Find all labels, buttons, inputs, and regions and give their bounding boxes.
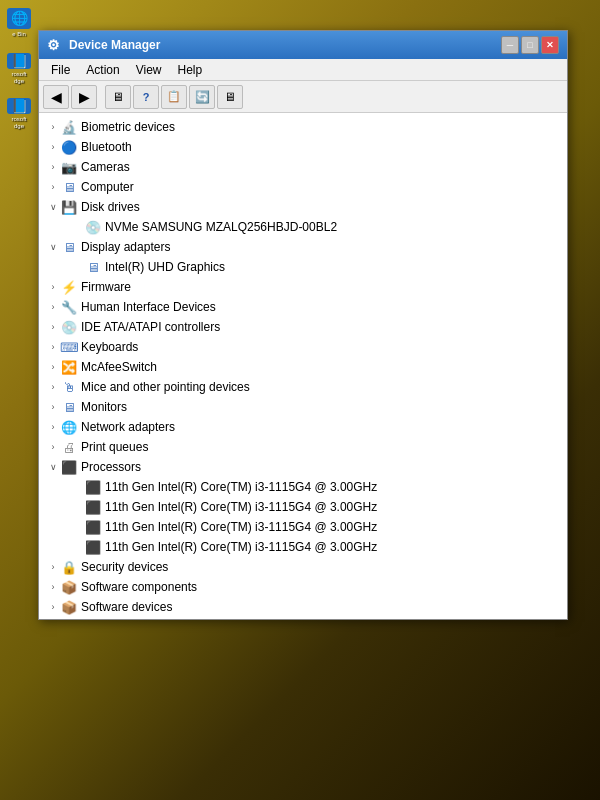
expand-arrow: › <box>47 601 59 613</box>
expand-arrow: › <box>47 161 59 173</box>
item-icon: 🔬 <box>61 119 77 135</box>
title-bar: ⚙ Device Manager ─ □ ✕ <box>39 31 567 59</box>
item-icon: ⬛ <box>85 499 101 515</box>
expand-arrow: › <box>47 561 59 573</box>
device-manager-window: ⚙ Device Manager ─ □ ✕ File Action View … <box>38 30 568 620</box>
item-icon: 🔵 <box>61 139 77 155</box>
item-label: Biometric devices <box>81 120 175 134</box>
item-icon: ⬛ <box>85 479 101 495</box>
item-label: Software components <box>81 580 197 594</box>
item-label: Security devices <box>81 560 168 574</box>
tree-item[interactable]: ›🔵Bluetooth <box>39 137 567 157</box>
expand-arrow: ∨ <box>47 241 59 253</box>
window-title: Device Manager <box>69 38 501 52</box>
tree-item[interactable]: ›🔧Human Interface Devices <box>39 297 567 317</box>
tree-item[interactable]: 💿NVMe SAMSUNG MZALQ256HBJD-00BL2 <box>39 217 567 237</box>
item-icon: 📦 <box>61 599 77 615</box>
expand-arrow: › <box>47 421 59 433</box>
help-icon-btn[interactable]: ? <box>133 85 159 109</box>
menu-file[interactable]: File <box>43 61 78 79</box>
properties-btn[interactable]: 📋 <box>161 85 187 109</box>
tree-item[interactable]: ›🖨Print queues <box>39 437 567 457</box>
expand-arrow: › <box>47 401 59 413</box>
tree-item[interactable]: ›🖱Mice and other pointing devices <box>39 377 567 397</box>
forward-button[interactable]: ▶ <box>71 85 97 109</box>
expand-arrow <box>71 481 83 493</box>
window-controls: ─ □ ✕ <box>501 36 559 54</box>
item-icon: ⬛ <box>61 459 77 475</box>
item-label: Human Interface Devices <box>81 300 216 314</box>
item-label: Firmware <box>81 280 131 294</box>
expand-arrow: › <box>47 381 59 393</box>
item-label: Display adapters <box>81 240 170 254</box>
maximize-button[interactable]: □ <box>521 36 539 54</box>
item-label: 11th Gen Intel(R) Core(TM) i3-1115G4 @ 3… <box>105 520 377 534</box>
refresh-btn[interactable]: 🔄 <box>189 85 215 109</box>
tree-item[interactable]: ›⌨Keyboards <box>39 337 567 357</box>
item-label: Intel(R) UHD Graphics <box>105 260 225 274</box>
item-label: Bluetooth <box>81 140 132 154</box>
close-button[interactable]: ✕ <box>541 36 559 54</box>
item-label: McAfeeSwitch <box>81 360 157 374</box>
expand-arrow: ∨ <box>47 461 59 473</box>
expand-arrow: › <box>47 341 59 353</box>
window-icon: ⚙ <box>47 37 63 53</box>
tree-item[interactable]: ›🖥Monitors <box>39 397 567 417</box>
tree-item[interactable]: ›🖥Computer <box>39 177 567 197</box>
tree-item[interactable]: ⬛11th Gen Intel(R) Core(TM) i3-1115G4 @ … <box>39 497 567 517</box>
expand-arrow: › <box>47 181 59 193</box>
tree-item[interactable]: ›🔬Biometric devices <box>39 117 567 137</box>
tree-item[interactable]: ›⚡Firmware <box>39 277 567 297</box>
tree-item[interactable]: ›🔊Sound video and game controllers <box>39 617 567 619</box>
expand-arrow: › <box>47 441 59 453</box>
item-icon: ⚡ <box>61 279 77 295</box>
expand-arrow: › <box>47 301 59 313</box>
item-label: NVMe SAMSUNG MZALQ256HBJD-00BL2 <box>105 220 337 234</box>
item-icon: 🖨 <box>61 439 77 455</box>
item-label: Computer <box>81 180 134 194</box>
tree-item[interactable]: ∨⬛Processors <box>39 457 567 477</box>
desktop-left-panel: 🌐 e Bin 📘 rosoftdge 📘 rosoftdge <box>0 0 38 800</box>
tree-item[interactable]: ›💿IDE ATA/ATAPI controllers <box>39 317 567 337</box>
item-label: 11th Gen Intel(R) Core(TM) i3-1115G4 @ 3… <box>105 540 377 554</box>
tree-item[interactable]: ⬛11th Gen Intel(R) Core(TM) i3-1115G4 @ … <box>39 477 567 497</box>
expand-arrow: › <box>47 141 59 153</box>
item-icon: 🔧 <box>61 299 77 315</box>
tree-item[interactable]: ⬛11th Gen Intel(R) Core(TM) i3-1115G4 @ … <box>39 537 567 557</box>
tree-item[interactable]: 🖥Intel(R) UHD Graphics <box>39 257 567 277</box>
expand-arrow: › <box>47 281 59 293</box>
tree-item[interactable]: ›🔀McAfeeSwitch <box>39 357 567 377</box>
menu-action[interactable]: Action <box>78 61 127 79</box>
menu-bar: File Action View Help <box>39 59 567 81</box>
tree-item[interactable]: ›🌐Network adapters <box>39 417 567 437</box>
item-label: IDE ATA/ATAPI controllers <box>81 320 220 334</box>
tree-item[interactable]: ∨💾Disk drives <box>39 197 567 217</box>
item-icon: 🖥 <box>85 259 101 275</box>
tree-item[interactable]: ›📦Software devices <box>39 597 567 617</box>
desktop-icon-edge3: 📘 rosoftdge <box>4 98 34 128</box>
expand-arrow: › <box>47 581 59 593</box>
expand-arrow <box>71 521 83 533</box>
tree-item[interactable]: ⬛11th Gen Intel(R) Core(TM) i3-1115G4 @ … <box>39 517 567 537</box>
minimize-button[interactable]: ─ <box>501 36 519 54</box>
item-icon: 🔀 <box>61 359 77 375</box>
tree-item[interactable]: ›📦Software components <box>39 577 567 597</box>
tree-item[interactable]: ›📷Cameras <box>39 157 567 177</box>
monitor-btn[interactable]: 🖥 <box>217 85 243 109</box>
item-icon: 💿 <box>85 219 101 235</box>
tree-item[interactable]: ›🔒Security devices <box>39 557 567 577</box>
menu-help[interactable]: Help <box>170 61 211 79</box>
back-button[interactable]: ◀ <box>43 85 69 109</box>
item-label: Processors <box>81 460 141 474</box>
toolbar: ◀ ▶ 🖥 ? 📋 🔄 🖥 <box>39 81 567 113</box>
desktop-icon-edge1: 🌐 e Bin <box>4 8 34 38</box>
item-icon: ⬛ <box>85 539 101 555</box>
item-label: Print queues <box>81 440 148 454</box>
menu-view[interactable]: View <box>128 61 170 79</box>
tree-item[interactable]: ∨🖥Display adapters <box>39 237 567 257</box>
expand-arrow: ∨ <box>47 201 59 213</box>
computer-icon-btn[interactable]: 🖥 <box>105 85 131 109</box>
item-label: Mice and other pointing devices <box>81 380 250 394</box>
device-tree[interactable]: ›🔬Biometric devices›🔵Bluetooth›📷Cameras›… <box>39 113 567 619</box>
item-label: Monitors <box>81 400 127 414</box>
